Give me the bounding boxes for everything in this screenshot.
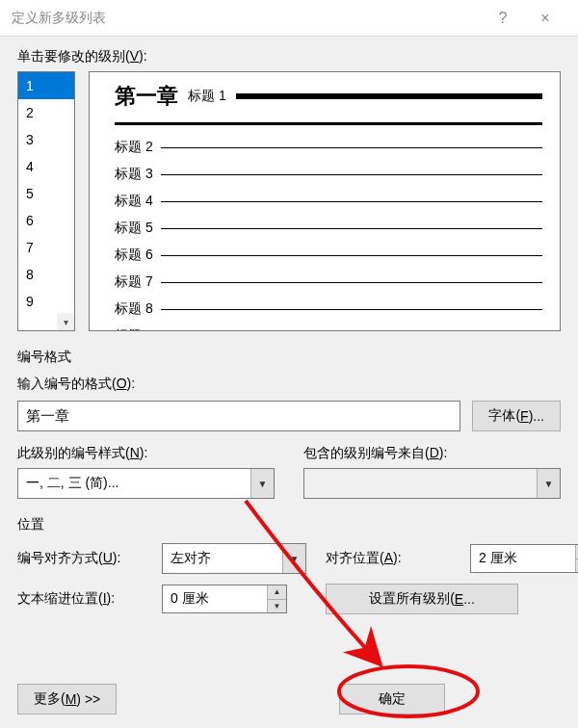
preview-heading-label: 标题 5 (115, 220, 153, 237)
preview-line (161, 174, 542, 175)
level-item[interactable]: 9 (18, 288, 74, 315)
chevron-down-icon[interactable]: ▼ (268, 600, 286, 613)
level-item[interactable]: 2 (18, 99, 74, 126)
preview-chapter: 第一章 (115, 82, 178, 111)
preview-heading-label: 标题 6 (115, 247, 153, 264)
number-format-section-title: 编号格式 (17, 349, 561, 366)
preview-line (161, 282, 542, 283)
text-indent-label: 文本缩进位置(I): (17, 590, 152, 608)
preview-pane: 第一章 标题 1 标题 2标题 3标题 4标题 5标题 6标题 7标题 8标题 … (89, 71, 561, 331)
chevron-down-icon: ▼ (282, 544, 305, 573)
include-from-select: ▼ (303, 468, 561, 499)
text-indent-spinner[interactable]: 0 厘米 ▲ ▼ (162, 585, 287, 613)
preview-divider (115, 122, 542, 125)
preview-heading-label: 标题 9 (115, 327, 153, 331)
number-style-value: 一, 二, 三 (简)... (18, 469, 250, 498)
close-button[interactable]: × (524, 0, 566, 37)
preview-line (161, 255, 542, 256)
help-button[interactable]: ? (482, 0, 524, 37)
level-item[interactable]: 8 (18, 261, 74, 288)
close-icon: × (540, 10, 549, 27)
preview-heading-row: 标题 5 (115, 220, 542, 237)
set-all-levels-button[interactable]: 设置所有级别(E... (326, 584, 518, 614)
position-section-title: 位置 (17, 516, 561, 533)
number-format-input[interactable] (17, 401, 460, 431)
preview-line (161, 201, 542, 202)
level-item[interactable]: 3 (18, 126, 74, 153)
window-title: 定义新多级列表 (12, 10, 106, 27)
level-item[interactable]: 7 (18, 234, 74, 261)
chevron-down-icon[interactable]: ▾ (57, 313, 74, 330)
alignment-select[interactable]: 左对齐 ▼ (162, 543, 306, 574)
preview-heading-row: 标题 6 (115, 247, 542, 264)
preview-heading-row: 标题 4 (115, 193, 542, 210)
alignment-value: 左对齐 (163, 544, 282, 573)
level-item[interactable]: 1 (18, 72, 74, 99)
preview-heading-row: 标题 7 (115, 273, 542, 291)
preview-heading-row: 标题 8 (115, 300, 542, 318)
level-item[interactable]: 4 (18, 153, 74, 180)
text-indent-value: 0 厘米 (163, 585, 267, 612)
preview-heading-label: 标题 4 (115, 193, 153, 210)
include-from-label: 包含的级别编号来自(D): (303, 445, 561, 462)
titlebar: 定义新多级列表 ? × (0, 0, 578, 37)
preview-heading-row: 标题 2 (115, 139, 542, 156)
preview-bar (236, 93, 542, 99)
align-at-value: 2 厘米 (471, 545, 575, 572)
level-listbox[interactable]: 123456789 ▾ (17, 71, 75, 331)
enter-format-label: 输入编号的格式(O): (17, 376, 561, 393)
number-style-label: 此级别的编号样式(N): (17, 445, 275, 462)
preview-heading-label: 标题 3 (115, 166, 153, 183)
preview-heading-label: 标题 7 (115, 273, 153, 291)
preview-heading-label: 标题 8 (115, 300, 153, 318)
align-at-label: 对齐位置(A): (326, 550, 460, 567)
chevron-down-icon: ▼ (250, 469, 274, 498)
preview-heading-row: 标题 3 (115, 166, 542, 183)
preview-line (161, 147, 542, 148)
preview-heading-1: 标题 1 (188, 88, 226, 105)
number-style-select[interactable]: 一, 二, 三 (简)... ▼ (17, 468, 275, 499)
alignment-label: 编号对齐方式(U): (17, 550, 152, 567)
preview-heading-row: 标题 9 (115, 327, 542, 331)
align-at-spinner[interactable]: 2 厘米 ▲ ▼ (470, 544, 578, 573)
preview-heading-label: 标题 2 (115, 139, 153, 156)
level-item[interactable]: 5 (18, 180, 74, 207)
level-item[interactable]: 6 (18, 207, 74, 234)
preview-line (161, 228, 542, 229)
preview-line (161, 309, 542, 310)
ok-button[interactable]: 确定 (339, 684, 445, 715)
include-from-value (304, 469, 537, 498)
help-icon: ? (499, 10, 508, 27)
chevron-down-icon: ▼ (537, 469, 560, 498)
font-button[interactable]: 字体(F)... (472, 401, 561, 431)
chevron-up-icon[interactable]: ▲ (268, 585, 286, 600)
more-button[interactable]: 更多(M) >> (17, 684, 117, 715)
level-picker-label: 单击要修改的级别(V): (17, 48, 561, 65)
